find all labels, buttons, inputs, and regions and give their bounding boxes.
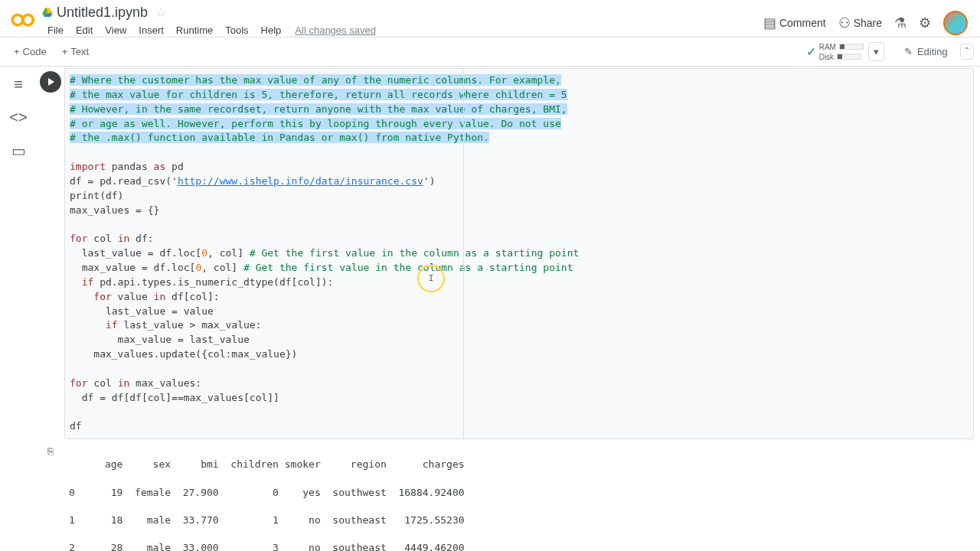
kw: if bbox=[70, 276, 93, 288]
txt: last_value > max_value: bbox=[118, 319, 262, 331]
kw: for bbox=[70, 233, 87, 244]
menu-tools[interactable]: Tools bbox=[219, 23, 254, 37]
code-label: Code bbox=[23, 46, 47, 57]
connected-check-icon: ✓ bbox=[806, 44, 816, 59]
txt: max_values.update({col:max_value}) bbox=[70, 348, 297, 360]
comment-line: # Where the customer has the max value o… bbox=[70, 74, 561, 86]
star-icon[interactable]: ☆ bbox=[155, 5, 166, 20]
txt: value bbox=[112, 291, 154, 302]
kw: for bbox=[70, 291, 112, 302]
txt: last_value = value bbox=[70, 305, 214, 317]
editing-mode-button[interactable]: ✎Editing bbox=[897, 43, 956, 60]
menu-edit[interactable]: Edit bbox=[70, 23, 99, 37]
code-snippets-icon[interactable]: <> bbox=[9, 109, 27, 126]
comment-icon: ▤ bbox=[763, 15, 776, 31]
avatar[interactable] bbox=[943, 11, 968, 35]
output-gutter[interactable]: ⎘ bbox=[37, 444, 64, 551]
kw: import bbox=[70, 161, 106, 172]
txt: df: bbox=[129, 233, 153, 244]
resource-dropdown[interactable]: ▾ bbox=[868, 42, 884, 61]
header-main: Untitled1.ipynb ☆ File Edit View Insert … bbox=[41, 3, 763, 38]
cursor-highlight: I bbox=[417, 265, 445, 292]
menu-file[interactable]: File bbox=[41, 23, 70, 37]
out-row: 1 18 male 33.770 1 no southeast 1725.552… bbox=[69, 514, 974, 527]
kw: if bbox=[70, 319, 118, 331]
notebook-area[interactable]: I # Where the customer has the max value… bbox=[37, 67, 980, 551]
toolbar: +Code +Text ✓ RAM Disk ▾ ✎Editing ˆ bbox=[0, 37, 980, 67]
plus-icon: + bbox=[62, 46, 68, 57]
body: ≡ <> ▭ I # Where the customer has the ma… bbox=[0, 67, 980, 551]
txt: , col] bbox=[207, 247, 250, 259]
comment-line: # the max value for children is 5, there… bbox=[70, 89, 567, 100]
txt: col bbox=[87, 377, 117, 389]
str: ' bbox=[172, 175, 178, 187]
txt: pd.api.types.is_numeric_dtype(df[col]): bbox=[93, 276, 333, 288]
run-button[interactable] bbox=[40, 71, 61, 93]
out-row: age sex bmi children smoker region charg… bbox=[69, 458, 974, 471]
menu-help[interactable]: Help bbox=[255, 23, 288, 37]
resource-meter[interactable]: RAM Disk bbox=[819, 43, 864, 61]
txt: max_value = last_value bbox=[70, 334, 250, 345]
output-cell: ⎘ age sex bmi children smoker region cha… bbox=[37, 444, 974, 551]
add-text-button[interactable]: +Text bbox=[54, 43, 96, 60]
left-rail: ≡ <> ▭ bbox=[0, 67, 37, 551]
svg-point-0 bbox=[12, 15, 23, 25]
comment-line: # However, in the same recordset, return… bbox=[70, 103, 567, 115]
plus-icon: + bbox=[14, 46, 20, 57]
gear-icon[interactable]: ⚙ bbox=[919, 15, 931, 31]
save-status[interactable]: All changes saved bbox=[295, 24, 376, 36]
menu-runtime[interactable]: Runtime bbox=[170, 23, 219, 37]
txt: df = pd.read_csv( bbox=[70, 175, 172, 187]
doc-title[interactable]: Untitled1.ipynb bbox=[57, 5, 148, 21]
comment-line: # the .max() function available in Panda… bbox=[70, 132, 489, 143]
experiment-icon[interactable]: ⚗ bbox=[894, 15, 906, 31]
editing-label: Editing bbox=[917, 46, 948, 57]
txt: max_values: bbox=[129, 377, 201, 389]
code-editor[interactable]: I # Where the customer has the max value… bbox=[64, 68, 974, 439]
txt: col bbox=[87, 233, 117, 244]
comment: # Get the first value in the column as a… bbox=[250, 247, 579, 259]
header-right: ▤ Comment ⚇ Share ⚗ ⚙ bbox=[763, 3, 974, 35]
txt: ) bbox=[430, 175, 436, 187]
kw: in bbox=[118, 233, 130, 244]
num: 0 bbox=[201, 247, 207, 259]
comment: # Get the first value in the column as a… bbox=[243, 262, 573, 273]
menu-insert[interactable]: Insert bbox=[132, 23, 170, 37]
output-body: age sex bmi children smoker region charg… bbox=[64, 444, 974, 551]
txt: pd bbox=[165, 161, 183, 172]
txt: df[col]: bbox=[165, 291, 219, 302]
share-label: Share bbox=[854, 17, 882, 29]
url-link[interactable]: http://www.ishelp.info/data/insurance.cs… bbox=[178, 175, 423, 187]
share-button[interactable]: ⚇ Share bbox=[838, 15, 882, 31]
disk-label: Disk bbox=[819, 53, 834, 61]
menu-row: File Edit View Insert Runtime Tools Help… bbox=[41, 21, 763, 38]
comment-line: # or age as well. However, perform this … bbox=[70, 118, 561, 129]
collapse-button[interactable]: ˆ bbox=[960, 44, 974, 60]
share-icon: ⚇ bbox=[838, 15, 851, 31]
kw: in bbox=[154, 291, 166, 302]
comment-label: Comment bbox=[779, 17, 826, 29]
txt: pandas bbox=[106, 161, 154, 172]
txt: print(df) bbox=[70, 190, 123, 201]
kw: as bbox=[154, 161, 166, 172]
add-code-button[interactable]: +Code bbox=[6, 43, 54, 60]
cell-gutter bbox=[37, 68, 64, 439]
kw: for bbox=[70, 377, 87, 389]
drive-icon bbox=[41, 6, 54, 18]
str: ' bbox=[423, 175, 430, 187]
ruler-guide bbox=[463, 69, 464, 439]
kw: in bbox=[118, 377, 130, 389]
colab-logo[interactable] bbox=[11, 6, 38, 34]
menu-view[interactable]: View bbox=[99, 23, 132, 37]
text-label: Text bbox=[70, 46, 89, 57]
txt: last_value = df.loc[ bbox=[70, 247, 201, 259]
header-bar: Untitled1.ipynb ☆ File Edit View Insert … bbox=[0, 0, 980, 37]
files-icon[interactable]: ▭ bbox=[11, 142, 26, 160]
comment-button[interactable]: ▤ Comment bbox=[763, 15, 826, 31]
title-row: Untitled1.ipynb ☆ bbox=[41, 3, 763, 20]
out-row: 0 19 female 27.900 0 yes southwest 16884… bbox=[69, 486, 974, 500]
txt: , col] bbox=[201, 262, 243, 273]
play-icon bbox=[48, 78, 54, 86]
toc-icon[interactable]: ≡ bbox=[14, 76, 23, 93]
out-row: 2 28 male 33.000 3 no southeast 4449.462… bbox=[69, 541, 974, 551]
